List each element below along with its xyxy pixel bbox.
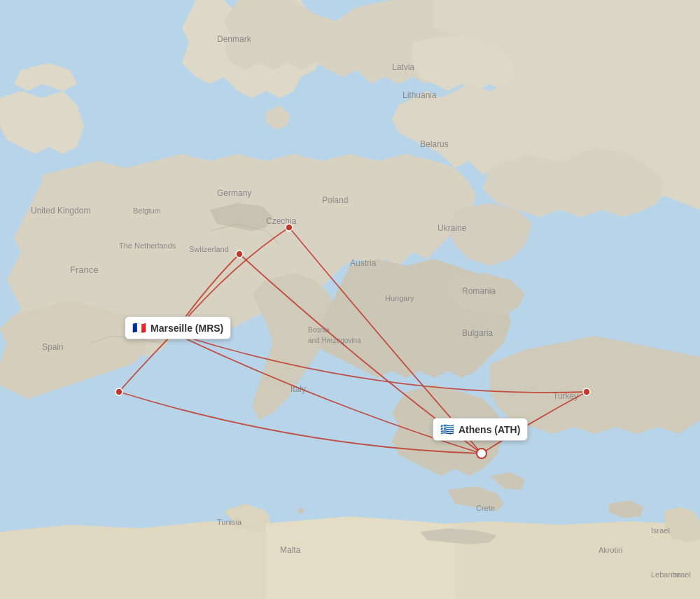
svg-text:and Herzegovina: and Herzegovina	[308, 337, 361, 344]
country-label-lithuania: Lithuania	[402, 90, 437, 100]
country-label-tunisia: Tunisia	[217, 518, 242, 526]
country-label-belarus: Belarus	[420, 139, 449, 149]
country-label-switzerland: Switzerland	[189, 245, 229, 253]
country-label-romania: Romania	[462, 286, 496, 296]
country-label-crete: Crete	[476, 504, 495, 512]
country-label-malta: Malta	[280, 545, 301, 555]
country-label-czechia: Czechia	[266, 216, 297, 226]
country-label-ukraine: Ukraine	[438, 223, 467, 233]
map-container: United Kingdom France Spain Germany Swit…	[0, 0, 700, 599]
country-label-akrotiri: Akrotiri	[598, 546, 622, 554]
country-label-hungary: Hungary	[385, 294, 414, 302]
base-map: United Kingdom France Spain Germany Swit…	[0, 0, 700, 599]
country-label-israel: Israel	[651, 526, 670, 535]
country-label-belgium: Belgium	[133, 206, 161, 215]
svg-point-1	[298, 508, 304, 514]
country-label-italy: Italy	[290, 384, 306, 394]
country-label-turkey: Turkey	[553, 391, 578, 401]
svg-text:The Netherlands: The Netherlands	[119, 241, 176, 250]
country-label-denmark: Denmark	[217, 34, 252, 44]
country-label-uk: United Kingdom	[31, 206, 90, 216]
country-label-germany: Germany	[217, 188, 251, 198]
country-label-bulgaria: Bulgaria	[462, 328, 493, 338]
country-label-france: France	[70, 265, 98, 275]
country-label-latvia: Latvia	[392, 62, 414, 72]
country-label-israel2: Israel	[672, 570, 691, 579]
country-label-spain: Spain	[42, 342, 64, 352]
country-label-poland: Poland	[322, 195, 348, 205]
country-label-bih: Bosnia	[308, 326, 330, 334]
country-label-austria: Austria	[350, 258, 377, 268]
